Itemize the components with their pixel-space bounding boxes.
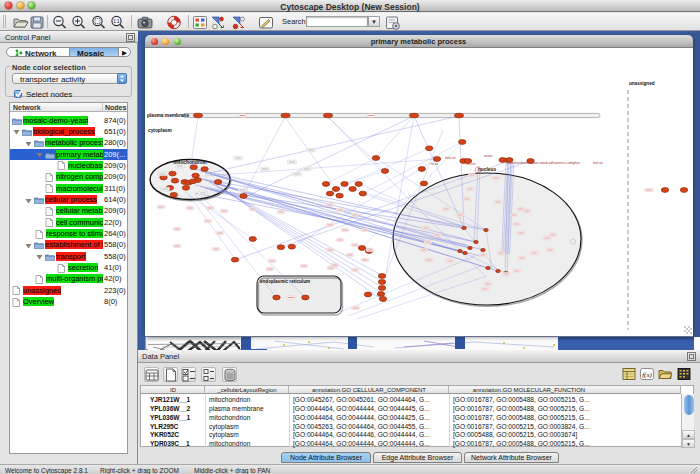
svg-text:unassigned: unassigned — [629, 81, 655, 86]
svg-text:text-xx: text-xx — [593, 161, 603, 165]
svg-text:mitochondrion-associated-adhae: mitochondrion-associated-adhaerens-compl… — [506, 161, 580, 165]
svg-text:assoc: assoc — [484, 154, 493, 158]
svg-text:plasma membrane: plasma membrane — [147, 113, 189, 118]
svg-text:endoplasmic reticulum: endoplasmic reticulum — [260, 279, 310, 284]
svg-text:cytoplasm: cytoplasm — [148, 128, 172, 133]
svg-text:f(x): f(x) — [642, 371, 652, 379]
svg-text:int-xxx: int-xxx — [466, 162, 476, 166]
svg-text:m-xx: m-xx — [431, 162, 438, 166]
svg-text:mito-xx: mito-xx — [445, 156, 456, 160]
svg-text:1:1: 1:1 — [113, 18, 120, 23]
